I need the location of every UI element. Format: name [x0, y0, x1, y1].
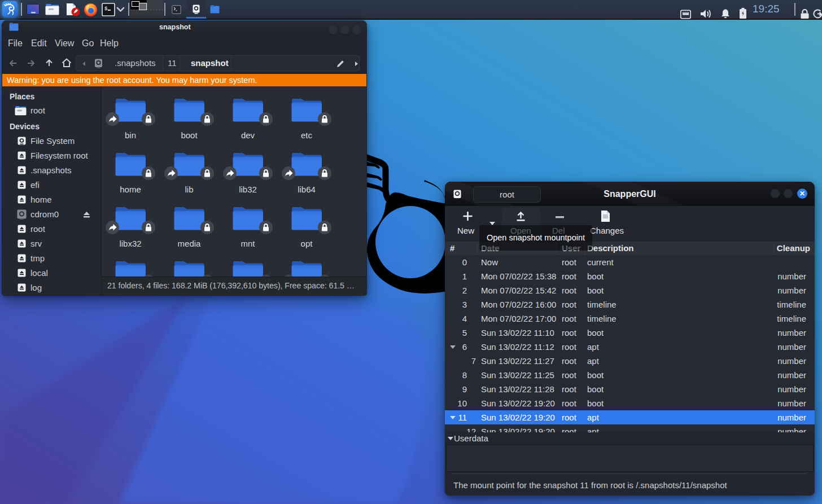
svg-text:$: $: [104, 6, 108, 12]
